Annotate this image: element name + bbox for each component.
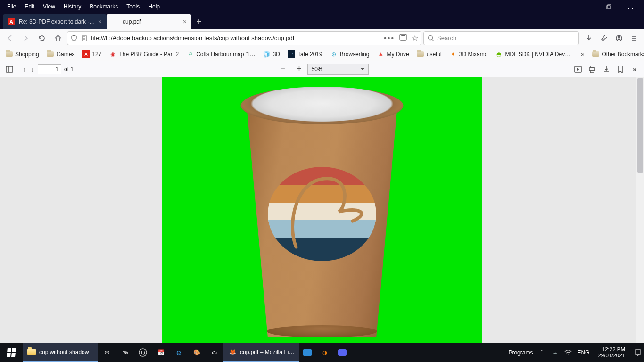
svg-rect-24 [590, 71, 594, 73]
document-icon[interactable] [81, 34, 88, 42]
svg-rect-18 [6, 66, 13, 72]
bookmark-item[interactable]: ◓MDL SDK | NVIDIA Dev… [493, 49, 573, 59]
bookmark-page-button[interactable] [615, 64, 626, 75]
taskbar-explorer-window[interactable]: cup without shadow [23, 343, 98, 362]
svg-rect-2 [608, 5, 611, 8]
taskbar-store-icon[interactable]: 🛍 [116, 343, 134, 362]
folder-icon [592, 50, 599, 58]
adobe-icon: A [82, 50, 90, 58]
taskbar-app-icon[interactable] [299, 343, 316, 362]
taskbar-mail-icon[interactable]: ✉ [98, 343, 116, 362]
drive-icon: 🔺 [377, 50, 384, 58]
menu-tools[interactable]: Tools [122, 3, 144, 10]
other-bookmarks-button[interactable]: Other Bookmarks [589, 49, 644, 59]
download-button[interactable] [601, 64, 612, 75]
3d-icon: 🧊 [263, 50, 271, 58]
page-down-button[interactable]: ↓ [30, 66, 35, 73]
zoom-select[interactable]: 50% [307, 64, 369, 75]
tab-inactive[interactable]: A Re: 3D-PDF export to dark - Ad… × [3, 14, 107, 29]
close-icon[interactable]: × [98, 18, 102, 25]
wifi-icon[interactable] [564, 348, 572, 357]
bookmark-item[interactable]: ◉The PBR Guide - Part 2 [107, 49, 181, 59]
bookmark-item[interactable]: useful [414, 49, 444, 59]
reader-icon[interactable] [399, 34, 407, 42]
window-close-button[interactable] [619, 0, 641, 13]
forward-button[interactable] [19, 31, 33, 45]
tab-active[interactable]: cup.pdf × [107, 14, 191, 29]
tray-overflow-icon[interactable]: ˄ [537, 348, 546, 357]
tray-programs-label[interactable]: Programs [508, 349, 533, 356]
tray-clock[interactable]: 12:22 PM 29/01/2021 [594, 346, 629, 359]
downloads-button[interactable] [582, 31, 596, 45]
bookmark-item[interactable]: ✦3D Mixamo [447, 49, 490, 59]
menu-help[interactable]: Help [144, 3, 164, 10]
notifications-icon[interactable] [634, 348, 642, 357]
reload-button[interactable] [35, 31, 49, 45]
menu-bar: FFileile Edit View History Bookmarks Too… [0, 0, 644, 13]
taskbar-blender-icon[interactable]: ◑ [316, 343, 334, 362]
bookmark-item[interactable]: Games [44, 49, 77, 59]
discord-icon [338, 349, 347, 356]
svg-point-11 [429, 35, 433, 40]
bookmark-item[interactable]: A127 [80, 49, 104, 59]
bookmark-item[interactable]: Shopping [3, 49, 41, 59]
bookmark-item[interactable]: LrTafe 2019 [285, 49, 325, 59]
zoom-out-button[interactable]: − [278, 64, 288, 74]
devtools-button[interactable] [597, 31, 611, 45]
search-box[interactable]: Search [423, 31, 579, 45]
bookmarks-overflow-button[interactable]: » [578, 49, 586, 58]
zoom-in-button[interactable]: + [294, 64, 305, 74]
taskbar-calendar-icon[interactable]: 📅 [152, 343, 170, 362]
adobe-icon: A [8, 18, 15, 25]
close-icon[interactable]: × [183, 18, 187, 25]
page-number-input[interactable] [38, 64, 61, 74]
account-button[interactable] [612, 31, 626, 45]
menu-button[interactable] [627, 31, 641, 45]
window-minimize-button[interactable] [576, 0, 598, 13]
taskbar-edge-icon[interactable]: e [170, 343, 188, 362]
nvidia-icon: ◓ [495, 50, 503, 58]
window-maximize-button[interactable] [598, 0, 619, 13]
onedrive-icon[interactable]: ☁ [551, 348, 559, 357]
bookmark-item[interactable]: ⊛Browserling [328, 49, 372, 59]
tray-language-label[interactable]: ENG [577, 349, 589, 356]
bookmark-item[interactable]: 🧊3D [261, 49, 282, 59]
menu-bookmarks[interactable]: Bookmarks [85, 3, 122, 10]
svg-rect-26 [635, 350, 641, 354]
menu-file[interactable]: FFileile [3, 3, 20, 10]
pdf-icon [111, 18, 119, 25]
tab-strip: A Re: 3D-PDF export to dark - Ad… × cup.… [0, 13, 644, 29]
bookmark-item[interactable]: ⚐Coffs Harbour map '1… [184, 49, 257, 59]
menu-edit[interactable]: Edit [20, 3, 39, 10]
taskbar-firefox-window[interactable]: 🦊 cup.pdf – Mozilla Fi… [223, 343, 299, 362]
scrollbar-thumb[interactable] [637, 78, 643, 173]
url-bar[interactable]: file:///L:/Adobe backup actions/dimensio… [67, 31, 421, 45]
edge-icon: e [174, 348, 183, 357]
home-button[interactable] [51, 31, 65, 45]
start-button[interactable] [0, 343, 23, 362]
new-tab-button[interactable]: + [191, 14, 206, 29]
page-up-button[interactable]: ↑ [22, 66, 27, 73]
presentation-button[interactable] [572, 64, 584, 75]
more-icon[interactable]: ••• [384, 34, 395, 42]
back-button[interactable] [3, 31, 17, 45]
menu-history[interactable]: History [59, 3, 85, 10]
print-button[interactable] [586, 64, 598, 75]
shield-icon[interactable] [70, 34, 78, 42]
taskbar-app-icon[interactable]: 🎨 [188, 343, 206, 362]
menu-view[interactable]: View [39, 3, 59, 10]
taskbar-unreal-icon[interactable] [134, 343, 152, 362]
svg-rect-10 [401, 35, 405, 39]
taskbar-discord-icon[interactable] [334, 343, 351, 362]
tab-title: Re: 3D-PDF export to dark - Ad… [19, 18, 95, 25]
tools-overflow-button[interactable]: » [629, 64, 640, 75]
tab-title: cup.pdf [123, 18, 180, 25]
toggle-sidebar-button[interactable] [4, 64, 15, 75]
taskbar-app-icon[interactable]: 🗂 [206, 343, 223, 362]
vertical-scrollbar[interactable] [636, 77, 644, 343]
substance-icon: ◉ [109, 50, 116, 58]
search-icon [428, 35, 434, 41]
bookmark-star-icon[interactable]: ☆ [412, 33, 418, 42]
bookmark-item[interactable]: 🔺My Drive [374, 49, 411, 59]
search-placeholder: Search [437, 34, 456, 41]
